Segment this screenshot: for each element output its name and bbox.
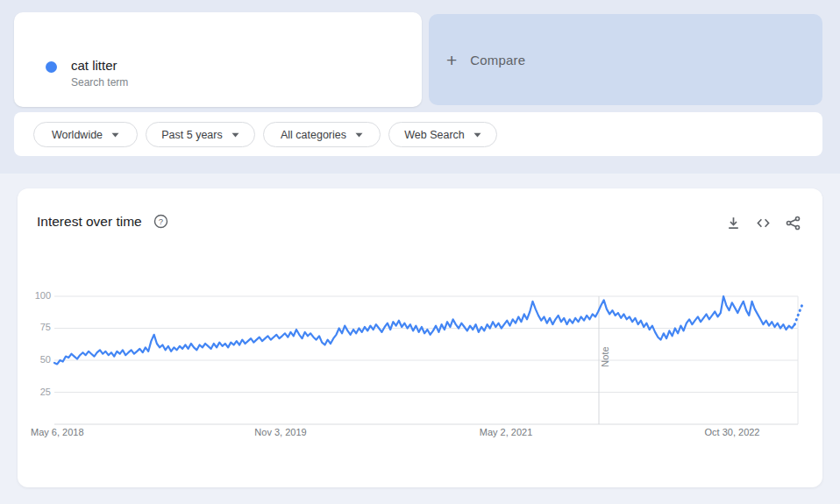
chevron-down-icon [111,132,119,138]
geo-filter-label: Worldwide [52,129,103,141]
time-filter-dropdown[interactable]: Past 5 years [146,122,255,147]
category-filter-dropdown[interactable]: All categories [263,122,381,147]
plus-icon: + [446,51,457,69]
compare-button[interactable]: + Compare [446,51,525,69]
interest-over-time-card: Interest over time ? 100 75 50 25 [18,188,822,487]
search-term-label: cat litter [71,58,117,73]
x-tick-nov-2019: Nov 3, 2019 [219,427,342,437]
x-tick-may-2018: May 6, 2018 [31,427,84,437]
download-icon[interactable] [726,216,741,231]
search-term-card[interactable]: cat litter Search term [14,12,422,107]
trend-chart-plot[interactable] [30,289,810,438]
trend-line-partial [794,302,803,324]
chevron-down-icon [231,132,239,138]
help-icon[interactable]: ? [153,214,168,229]
trend-line [54,296,794,364]
horizontal-gridlines [54,296,798,393]
embed-icon[interactable] [756,216,771,231]
filter-bar: Worldwide Past 5 years All categories We… [14,112,822,156]
time-filter-label: Past 5 years [161,129,222,141]
x-tick-oct-2022: Oct 30, 2022 [671,427,794,437]
search-type-filter-label: Web Search [404,129,465,141]
chevron-down-icon [355,132,363,138]
x-tick-may-2021: May 2, 2021 [445,427,567,437]
category-filter-label: All categories [281,129,346,141]
note-marker-label[interactable]: Note [600,339,610,374]
share-icon[interactable] [786,216,801,231]
compare-label: Compare [470,53,525,67]
chevron-down-icon [473,132,481,138]
series-color-dot [46,61,57,73]
chart-title: Interest over time [37,214,142,230]
compare-card[interactable]: + Compare [429,14,822,105]
geo-filter-dropdown[interactable]: Worldwide [33,122,138,147]
search-type-filter-dropdown[interactable]: Web Search [388,122,497,147]
svg-text:?: ? [159,217,163,226]
search-term-type: Search term [71,76,128,89]
